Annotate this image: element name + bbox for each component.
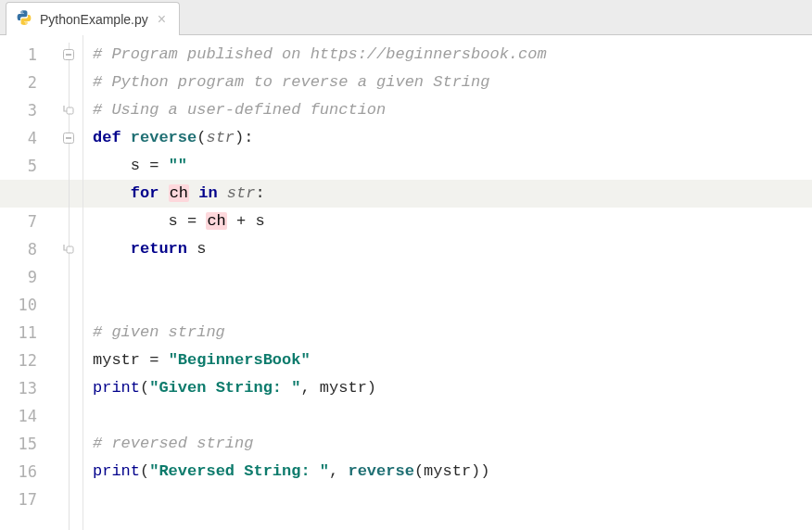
- code-line[interactable]: return s: [83, 235, 812, 263]
- line-number: 11: [0, 319, 46, 347]
- code-token: ch: [169, 184, 189, 202]
- line-number: 1: [0, 41, 46, 69]
- code-token: # given string: [93, 323, 225, 341]
- svg-rect-5: [67, 246, 73, 253]
- line-number: 7: [0, 208, 46, 235]
- line-number: 16: [0, 458, 46, 486]
- code-line[interactable]: # given string: [83, 319, 812, 347]
- code-line[interactable]: [83, 291, 812, 319]
- code-token: print: [93, 379, 140, 397]
- code-line[interactable]: mystr = "BeginnersBook": [83, 347, 812, 374]
- code-token: "": [169, 157, 187, 174]
- code-line[interactable]: print("Reversed String: ", reverse(mystr…: [83, 458, 812, 486]
- close-tab-icon[interactable]: ×: [156, 12, 168, 27]
- line-number: 17: [0, 486, 46, 513]
- code-token: # reversed string: [93, 435, 253, 452]
- code-token: s: [197, 240, 206, 258]
- svg-rect-2: [67, 107, 73, 114]
- code-line[interactable]: # Python program to reverse a given Stri…: [83, 69, 812, 96]
- code-line[interactable]: def reverse(str):: [83, 124, 812, 152]
- code-token: def: [93, 129, 131, 146]
- code-line[interactable]: for ch in str:: [83, 180, 812, 208]
- line-number: 14: [0, 402, 46, 430]
- code-token: str: [206, 129, 235, 146]
- line-number: 8: [0, 235, 46, 263]
- fold-toggle-icon[interactable]: [62, 132, 75, 145]
- line-number: 5: [0, 152, 46, 180]
- code-token: + s: [227, 212, 265, 230]
- code-line[interactable]: s = ch + s: [83, 208, 812, 235]
- fold-toggle-icon[interactable]: [62, 48, 75, 61]
- python-file-icon: [16, 9, 32, 29]
- line-number: 12: [0, 347, 46, 374]
- code-token: for: [131, 184, 169, 202]
- code-token: # Using a user-defined function: [93, 101, 386, 119]
- line-number: 4: [0, 124, 46, 152]
- code-line[interactable]: print("Given String: ", mystr): [83, 374, 812, 402]
- tab-filename: PythonExample.py: [40, 12, 148, 27]
- code-token: # Program published on https://beginners…: [93, 45, 547, 63]
- code-token: (mystr)): [414, 462, 490, 480]
- fold-toggle-icon[interactable]: [62, 104, 75, 117]
- code-token: print: [93, 462, 140, 480]
- file-tab[interactable]: PythonExample.py ×: [6, 2, 180, 35]
- code-token: (: [140, 462, 149, 480]
- code-token: [189, 184, 198, 202]
- line-number: 13: [0, 374, 46, 402]
- code-token: ,: [329, 462, 348, 480]
- code-line[interactable]: # Using a user-defined function: [83, 96, 812, 124]
- code-token: # Python program to reverse a given Stri…: [93, 73, 489, 91]
- code-line[interactable]: s = "": [83, 152, 812, 180]
- code-token: [93, 184, 131, 202]
- code-line[interactable]: [83, 263, 812, 291]
- code-token: return: [131, 240, 197, 258]
- code-line[interactable]: [83, 402, 812, 430]
- code-token: "Given String: ": [149, 379, 300, 397]
- fold-toggle-icon[interactable]: [62, 243, 75, 256]
- code-token: reverse: [348, 462, 413, 480]
- code-token: (: [140, 379, 149, 397]
- line-number: 9: [0, 263, 46, 291]
- code-token: [93, 240, 131, 258]
- code-token: :: [244, 129, 253, 146]
- code-editor[interactable]: 1234567891011121314151617 # Program publ…: [0, 35, 812, 530]
- line-number: 15: [0, 430, 46, 458]
- code-line[interactable]: # reversed string: [83, 430, 812, 458]
- code-token: ): [235, 129, 244, 146]
- code-token: reverse: [131, 129, 197, 146]
- code-token: (: [197, 129, 206, 146]
- fold-gutter: [46, 35, 83, 530]
- code-token: s =: [93, 212, 206, 230]
- line-number-gutter: 1234567891011121314151617: [0, 35, 46, 530]
- line-number: 10: [0, 291, 46, 319]
- code-token: str: [227, 184, 256, 202]
- line-number: 3: [0, 96, 46, 124]
- code-line[interactable]: [83, 486, 812, 513]
- code-line[interactable]: # Program published on https://beginners…: [83, 41, 812, 69]
- code-token: in: [198, 184, 227, 202]
- code-area[interactable]: # Program published on https://beginners…: [83, 35, 812, 530]
- code-token: :: [255, 184, 264, 202]
- tab-bar: PythonExample.py ×: [0, 0, 812, 35]
- code-token: s =: [93, 157, 169, 174]
- code-token: "Reversed String: ": [149, 462, 329, 480]
- code-token: mystr =: [93, 351, 169, 369]
- line-number: 2: [0, 69, 46, 96]
- code-token: , mystr): [300, 379, 376, 397]
- code-token: "BeginnersBook": [169, 351, 311, 369]
- code-token: ch: [206, 212, 226, 230]
